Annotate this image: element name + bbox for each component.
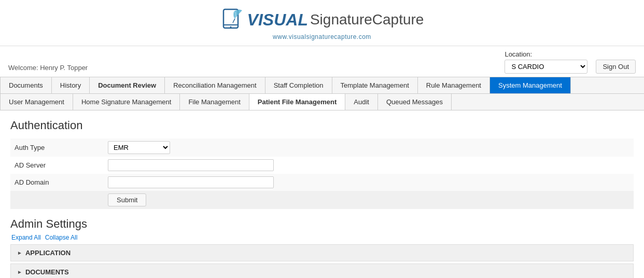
ad-domain-input[interactable] — [108, 176, 274, 188]
welcome-text: Welcome: Henry P. Topper — [8, 64, 88, 74]
accordion-documents: ► DOCUMENTS — [10, 263, 634, 278]
tab-system-management[interactable]: System Management — [490, 77, 571, 93]
submit-row: Submit — [10, 191, 634, 209]
location-select[interactable]: S CARDIO CARDIO OTHER — [505, 60, 587, 74]
logo-sig-text: SignatureCapture — [310, 11, 424, 28]
logo-visual-text: VISUAL — [247, 10, 308, 30]
ad-server-input[interactable] — [108, 159, 274, 171]
tab-patient-file-management[interactable]: Patient File Management — [249, 94, 345, 110]
logo-icon — [220, 7, 245, 32]
tab-home-signature-management[interactable]: Home Signature Management — [73, 94, 180, 110]
location-label: Location: — [505, 50, 532, 58]
tab-queued-messages[interactable]: Queued Messages — [378, 94, 452, 110]
svg-point-2 — [230, 26, 231, 28]
authentication-title: Authentication — [10, 119, 634, 132]
sign-out-button[interactable]: Sign Out — [596, 60, 636, 74]
auth-type-select[interactable]: EMR AD None — [108, 141, 170, 154]
accordion-documents-arrow: ► — [17, 269, 22, 275]
tab-staff-completion[interactable]: Staff Completion — [265, 77, 332, 93]
nav-tabs-row1: Documents History Document Review Reconc… — [0, 77, 644, 94]
auth-type-input-cell: EMR AD None — [104, 138, 634, 157]
ad-domain-row: AD Domain — [10, 174, 634, 191]
accordion-application-header[interactable]: ► APPLICATION — [11, 245, 633, 261]
ad-server-input-cell — [104, 157, 634, 174]
tab-history[interactable]: History — [52, 77, 90, 93]
admin-settings-section: Admin Settings Expand All Collapse All ►… — [10, 217, 634, 278]
nav-tabs-container: Documents History Document Review Reconc… — [0, 77, 644, 110]
ad-server-row: AD Server — [10, 157, 634, 174]
accordion-documents-label: DOCUMENTS — [25, 268, 69, 276]
location-sign-out-group: Location: S CARDIO CARDIO OTHER Sign Out — [505, 50, 636, 74]
nav-tabs-row2: User Management Home Signature Managemen… — [0, 94, 644, 110]
tab-audit[interactable]: Audit — [345, 94, 378, 110]
tab-user-management[interactable]: User Management — [0, 94, 73, 110]
tab-template-management[interactable]: Template Management — [332, 77, 418, 93]
tab-file-management[interactable]: File Management — [180, 94, 249, 110]
authentication-form: Auth Type EMR AD None AD Server AD Domai… — [10, 138, 634, 209]
accordion-application-label: APPLICATION — [25, 249, 71, 257]
admin-settings-title: Admin Settings — [10, 217, 634, 231]
auth-type-row: Auth Type EMR AD None — [10, 138, 634, 157]
submit-button[interactable]: Submit — [108, 193, 146, 206]
collapse-all-link[interactable]: Collapse All — [45, 234, 78, 241]
tab-document-review[interactable]: Document Review — [90, 77, 165, 93]
ad-server-label: AD Server — [10, 157, 104, 174]
top-bar: Welcome: Henry P. Topper Location: S CAR… — [0, 46, 644, 77]
header: VISUAL SignatureCapture www.visualsignat… — [0, 0, 644, 46]
ad-domain-label: AD Domain — [10, 174, 104, 191]
tab-reconciliation-management[interactable]: Reconciliation Management — [165, 77, 265, 93]
accordion-documents-header[interactable]: ► DOCUMENTS — [11, 264, 633, 278]
auth-type-label: Auth Type — [10, 138, 104, 157]
tab-documents[interactable]: Documents — [0, 77, 52, 93]
expand-all-link[interactable]: Expand All — [11, 234, 41, 241]
location-group: Location: S CARDIO CARDIO OTHER — [505, 50, 587, 74]
logo: VISUAL SignatureCapture www.visualsignat… — [220, 7, 424, 40]
expand-collapse-row: Expand All Collapse All — [10, 234, 634, 241]
main-content: Authentication Auth Type EMR AD None AD … — [0, 110, 644, 278]
logo-url: www.visualsignaturecapture.com — [273, 33, 371, 40]
ad-domain-input-cell — [104, 174, 634, 191]
tab-rule-management[interactable]: Rule Management — [418, 77, 490, 93]
accordion-application-arrow: ► — [17, 250, 22, 256]
accordion-application: ► APPLICATION — [10, 244, 634, 261]
